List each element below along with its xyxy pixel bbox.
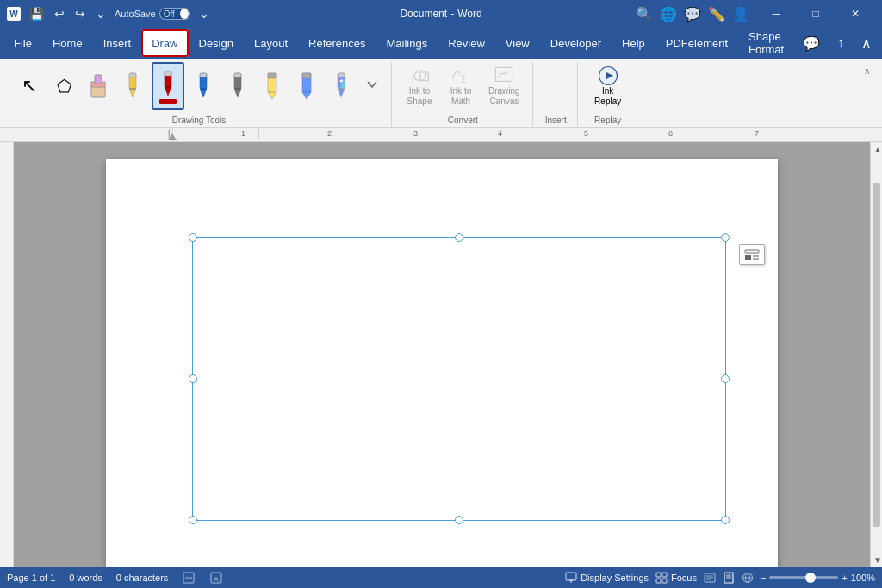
autosave-toggle[interactable]: AutoSave Off <box>115 8 190 20</box>
scroll-up-button[interactable]: ▲ <box>871 142 882 157</box>
menu-review[interactable]: Review <box>438 29 495 57</box>
autosave-off-label: Off <box>164 9 175 19</box>
layout-options-button[interactable] <box>739 244 765 265</box>
menu-bar: File Home Insert Draw Design Layout Refe… <box>0 28 882 59</box>
menu-pdfelement[interactable]: PDFelement <box>655 29 738 57</box>
display-settings-label: Display Settings <box>581 573 649 583</box>
svg-text:✦: ✦ <box>339 77 345 85</box>
svg-rect-10 <box>165 71 171 76</box>
scroll-down-button[interactable]: ▼ <box>871 553 882 567</box>
select-tool-button[interactable]: ↖ <box>14 62 45 110</box>
redo-button[interactable]: ↪ <box>71 5 89 22</box>
svg-rect-52 <box>662 579 667 583</box>
handle-bottom-left[interactable] <box>189 516 197 524</box>
autosave-label: AutoSave <box>115 9 156 19</box>
handle-bottom-right[interactable] <box>721 516 730 524</box>
highlighter-blue-button[interactable] <box>291 62 322 110</box>
page-info-text: Page 1 of 1 <box>7 573 55 583</box>
close-button[interactable]: ✕ <box>835 0 875 28</box>
menu-shape-format[interactable]: Shape Format <box>738 29 796 57</box>
zoom-plus-button[interactable]: + <box>842 573 847 583</box>
canvas-area[interactable] <box>14 142 870 567</box>
menu-file[interactable]: File <box>3 29 42 57</box>
lasso-tool-button[interactable]: ⬠ <box>48 62 79 110</box>
maximize-button[interactable]: □ <box>796 0 835 28</box>
menu-help[interactable]: Help <box>612 29 655 57</box>
share-button[interactable]: 🌐 <box>660 6 677 22</box>
handle-bottom-center[interactable] <box>455 516 463 524</box>
focus-button[interactable]: Focus <box>655 572 697 584</box>
undo-button[interactable]: ↩ <box>51 5 68 22</box>
svg-marker-4 <box>129 89 136 97</box>
pen-gray-button[interactable] <box>222 62 253 110</box>
customize-button[interactable]: ⌄ <box>196 5 213 22</box>
scrollbar-thumb[interactable] <box>873 183 880 527</box>
ruler-mark-2: 2 <box>327 129 332 138</box>
web-view-icon[interactable] <box>742 572 754 584</box>
comments-button[interactable]: 💬 <box>684 6 701 22</box>
menu-home[interactable]: Home <box>42 29 93 57</box>
display-settings-icon <box>565 572 577 584</box>
more-drawing-tools-button[interactable] <box>360 72 384 96</box>
save-button[interactable]: 💾 <box>26 5 47 22</box>
search-button[interactable]: 🔍 <box>636 6 653 22</box>
pen-gray-icon <box>228 70 247 102</box>
svg-marker-20 <box>268 92 276 99</box>
pen-red-button[interactable] <box>152 62 184 110</box>
zoom-minus-button[interactable]: − <box>761 573 766 583</box>
status-bar-right: Display Settings Focus <box>565 572 875 584</box>
edit-button[interactable]: ✏️ <box>708 6 725 22</box>
svg-rect-32 <box>496 67 512 81</box>
menu-layout[interactable]: Layout <box>244 29 298 57</box>
profile-button[interactable]: 👤 <box>732 6 749 22</box>
handle-middle-left[interactable] <box>189 374 197 383</box>
menu-draw[interactable]: Draw <box>141 29 188 57</box>
ink-replay-button[interactable]: InkReplay <box>587 62 630 110</box>
title-separator: - <box>450 8 454 20</box>
ribbon-collapse-button[interactable]: ∧ <box>854 32 879 55</box>
horizontal-ruler: | 1 2 3 4 5 6 7 <box>0 128 882 142</box>
ink-to-shape-button[interactable]: → Ink toShape <box>401 62 438 110</box>
quick-access-toolbar: 💾 ↩ ↪ ⌄ <box>26 5 109 22</box>
ink-to-shape-icon: → <box>407 65 432 86</box>
customize-quick-access-button[interactable]: ⌄ <box>92 5 109 22</box>
eraser-button[interactable] <box>83 62 114 110</box>
ink-to-math-button[interactable]: ∑ Ink toMath <box>442 62 480 110</box>
window-controls: ─ □ ✕ <box>756 0 875 28</box>
menu-mailings[interactable]: Mailings <box>376 29 438 57</box>
handle-top-center[interactable] <box>455 233 463 242</box>
convert-label: Convert <box>401 114 525 127</box>
highlighter-yellow-button[interactable] <box>257 62 288 110</box>
pen-yellow-button[interactable] <box>117 62 148 110</box>
vertical-scrollbar[interactable]: ▲ ▼ <box>870 142 882 567</box>
galaxy-pen-button[interactable]: ✦ <box>326 62 357 110</box>
comments-icon-button[interactable]: 💬 <box>796 32 827 55</box>
zoom-slider[interactable] <box>769 576 838 579</box>
ruler-mark-1: 1 <box>241 129 245 138</box>
pen-blue-button[interactable] <box>188 62 219 110</box>
handle-middle-right[interactable] <box>721 374 730 383</box>
ribbon-collapse-button[interactable]: ∧ <box>858 62 875 79</box>
menu-references[interactable]: References <box>298 29 376 57</box>
minimize-button[interactable]: ─ <box>756 0 796 28</box>
read-view-icon[interactable] <box>704 572 716 584</box>
print-view-icon[interactable] <box>723 572 735 584</box>
autosave-knob <box>180 9 189 19</box>
svg-rect-14 <box>200 73 207 77</box>
ruler-mark-7: 7 <box>755 129 759 138</box>
cursor-icon: ↖ <box>22 75 37 97</box>
selection-box[interactable] <box>192 237 726 521</box>
title-bar: W 💾 ↩ ↪ ⌄ AutoSave Off ⌄ Document - Word… <box>0 0 882 28</box>
display-settings-button[interactable]: Display Settings <box>565 572 649 584</box>
menu-view[interactable]: View <box>495 29 540 57</box>
handle-top-right[interactable] <box>721 233 730 242</box>
menu-developer[interactable]: Developer <box>540 29 612 57</box>
autosave-switch[interactable]: Off <box>159 8 190 20</box>
handle-top-left[interactable] <box>189 233 197 242</box>
word-app-icon: W <box>7 7 21 21</box>
svg-rect-38 <box>745 250 759 253</box>
menu-design[interactable]: Design <box>189 29 244 57</box>
share-icon-button[interactable]: ↑ <box>830 32 851 54</box>
drawing-canvas-button[interactable]: DrawingCanvas <box>483 62 525 110</box>
menu-insert[interactable]: Insert <box>93 29 142 57</box>
